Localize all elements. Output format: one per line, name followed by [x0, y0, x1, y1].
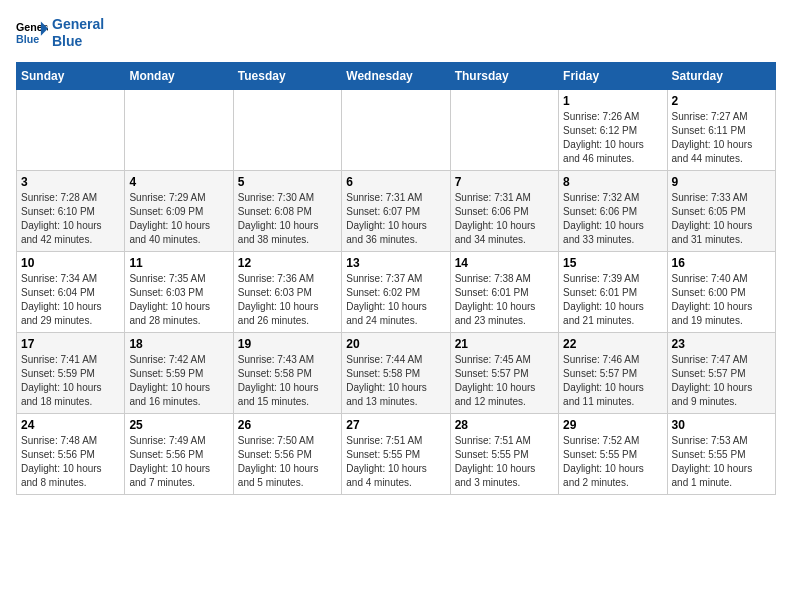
- day-number: 18: [129, 337, 228, 351]
- day-info: Sunrise: 7:45 AMSunset: 5:57 PMDaylight:…: [455, 353, 554, 409]
- day-number: 4: [129, 175, 228, 189]
- calendar-cell: 13Sunrise: 7:37 AMSunset: 6:02 PMDayligh…: [342, 251, 450, 332]
- day-info: Sunrise: 7:37 AMSunset: 6:02 PMDaylight:…: [346, 272, 445, 328]
- calendar-cell: 19Sunrise: 7:43 AMSunset: 5:58 PMDayligh…: [233, 332, 341, 413]
- calendar-cell: [233, 89, 341, 170]
- logo: General Blue GeneralBlue: [16, 16, 104, 50]
- day-number: 28: [455, 418, 554, 432]
- day-number: 27: [346, 418, 445, 432]
- day-info: Sunrise: 7:27 AMSunset: 6:11 PMDaylight:…: [672, 110, 771, 166]
- day-number: 2: [672, 94, 771, 108]
- day-number: 26: [238, 418, 337, 432]
- day-info: Sunrise: 7:40 AMSunset: 6:00 PMDaylight:…: [672, 272, 771, 328]
- day-number: 13: [346, 256, 445, 270]
- day-info: Sunrise: 7:51 AMSunset: 5:55 PMDaylight:…: [455, 434, 554, 490]
- calendar-week-3: 10Sunrise: 7:34 AMSunset: 6:04 PMDayligh…: [17, 251, 776, 332]
- day-number: 3: [21, 175, 120, 189]
- day-number: 23: [672, 337, 771, 351]
- logo-text: GeneralBlue: [52, 16, 104, 50]
- calendar-cell: 5Sunrise: 7:30 AMSunset: 6:08 PMDaylight…: [233, 170, 341, 251]
- day-info: Sunrise: 7:49 AMSunset: 5:56 PMDaylight:…: [129, 434, 228, 490]
- day-info: Sunrise: 7:31 AMSunset: 6:07 PMDaylight:…: [346, 191, 445, 247]
- day-number: 22: [563, 337, 662, 351]
- day-info: Sunrise: 7:29 AMSunset: 6:09 PMDaylight:…: [129, 191, 228, 247]
- day-number: 19: [238, 337, 337, 351]
- day-number: 25: [129, 418, 228, 432]
- day-number: 7: [455, 175, 554, 189]
- day-info: Sunrise: 7:50 AMSunset: 5:56 PMDaylight:…: [238, 434, 337, 490]
- day-number: 12: [238, 256, 337, 270]
- day-info: Sunrise: 7:51 AMSunset: 5:55 PMDaylight:…: [346, 434, 445, 490]
- calendar-week-2: 3Sunrise: 7:28 AMSunset: 6:10 PMDaylight…: [17, 170, 776, 251]
- day-number: 20: [346, 337, 445, 351]
- calendar-cell: [17, 89, 125, 170]
- day-info: Sunrise: 7:33 AMSunset: 6:05 PMDaylight:…: [672, 191, 771, 247]
- calendar-cell: 20Sunrise: 7:44 AMSunset: 5:58 PMDayligh…: [342, 332, 450, 413]
- weekday-header-sunday: Sunday: [17, 62, 125, 89]
- calendar-cell: [342, 89, 450, 170]
- calendar-cell: 9Sunrise: 7:33 AMSunset: 6:05 PMDaylight…: [667, 170, 775, 251]
- day-number: 5: [238, 175, 337, 189]
- weekday-header-saturday: Saturday: [667, 62, 775, 89]
- day-info: Sunrise: 7:34 AMSunset: 6:04 PMDaylight:…: [21, 272, 120, 328]
- day-info: Sunrise: 7:41 AMSunset: 5:59 PMDaylight:…: [21, 353, 120, 409]
- calendar-week-1: 1Sunrise: 7:26 AMSunset: 6:12 PMDaylight…: [17, 89, 776, 170]
- calendar-cell: [125, 89, 233, 170]
- day-info: Sunrise: 7:28 AMSunset: 6:10 PMDaylight:…: [21, 191, 120, 247]
- page-header: General Blue GeneralBlue: [16, 16, 776, 50]
- calendar-cell: [450, 89, 558, 170]
- calendar-week-5: 24Sunrise: 7:48 AMSunset: 5:56 PMDayligh…: [17, 413, 776, 494]
- day-number: 21: [455, 337, 554, 351]
- calendar-cell: 3Sunrise: 7:28 AMSunset: 6:10 PMDaylight…: [17, 170, 125, 251]
- calendar-cell: 1Sunrise: 7:26 AMSunset: 6:12 PMDaylight…: [559, 89, 667, 170]
- calendar-cell: 18Sunrise: 7:42 AMSunset: 5:59 PMDayligh…: [125, 332, 233, 413]
- calendar-cell: 16Sunrise: 7:40 AMSunset: 6:00 PMDayligh…: [667, 251, 775, 332]
- day-number: 14: [455, 256, 554, 270]
- weekday-header-tuesday: Tuesday: [233, 62, 341, 89]
- calendar-cell: 27Sunrise: 7:51 AMSunset: 5:55 PMDayligh…: [342, 413, 450, 494]
- calendar-cell: 14Sunrise: 7:38 AMSunset: 6:01 PMDayligh…: [450, 251, 558, 332]
- calendar-cell: 28Sunrise: 7:51 AMSunset: 5:55 PMDayligh…: [450, 413, 558, 494]
- day-info: Sunrise: 7:44 AMSunset: 5:58 PMDaylight:…: [346, 353, 445, 409]
- calendar-cell: 4Sunrise: 7:29 AMSunset: 6:09 PMDaylight…: [125, 170, 233, 251]
- day-number: 15: [563, 256, 662, 270]
- day-info: Sunrise: 7:39 AMSunset: 6:01 PMDaylight:…: [563, 272, 662, 328]
- logo-icon: General Blue: [16, 19, 48, 47]
- calendar-cell: 30Sunrise: 7:53 AMSunset: 5:55 PMDayligh…: [667, 413, 775, 494]
- calendar-cell: 12Sunrise: 7:36 AMSunset: 6:03 PMDayligh…: [233, 251, 341, 332]
- day-info: Sunrise: 7:52 AMSunset: 5:55 PMDaylight:…: [563, 434, 662, 490]
- calendar-cell: 29Sunrise: 7:52 AMSunset: 5:55 PMDayligh…: [559, 413, 667, 494]
- day-info: Sunrise: 7:43 AMSunset: 5:58 PMDaylight:…: [238, 353, 337, 409]
- day-info: Sunrise: 7:30 AMSunset: 6:08 PMDaylight:…: [238, 191, 337, 247]
- calendar-cell: 11Sunrise: 7:35 AMSunset: 6:03 PMDayligh…: [125, 251, 233, 332]
- svg-text:Blue: Blue: [16, 33, 39, 45]
- day-number: 6: [346, 175, 445, 189]
- calendar-cell: 25Sunrise: 7:49 AMSunset: 5:56 PMDayligh…: [125, 413, 233, 494]
- calendar-header-row: SundayMondayTuesdayWednesdayThursdayFrid…: [17, 62, 776, 89]
- day-info: Sunrise: 7:42 AMSunset: 5:59 PMDaylight:…: [129, 353, 228, 409]
- calendar-cell: 7Sunrise: 7:31 AMSunset: 6:06 PMDaylight…: [450, 170, 558, 251]
- weekday-header-friday: Friday: [559, 62, 667, 89]
- day-number: 8: [563, 175, 662, 189]
- day-info: Sunrise: 7:26 AMSunset: 6:12 PMDaylight:…: [563, 110, 662, 166]
- day-number: 11: [129, 256, 228, 270]
- day-info: Sunrise: 7:53 AMSunset: 5:55 PMDaylight:…: [672, 434, 771, 490]
- day-number: 30: [672, 418, 771, 432]
- weekday-header-thursday: Thursday: [450, 62, 558, 89]
- calendar-week-4: 17Sunrise: 7:41 AMSunset: 5:59 PMDayligh…: [17, 332, 776, 413]
- day-info: Sunrise: 7:35 AMSunset: 6:03 PMDaylight:…: [129, 272, 228, 328]
- day-number: 9: [672, 175, 771, 189]
- day-number: 17: [21, 337, 120, 351]
- calendar-cell: 23Sunrise: 7:47 AMSunset: 5:57 PMDayligh…: [667, 332, 775, 413]
- calendar-cell: 8Sunrise: 7:32 AMSunset: 6:06 PMDaylight…: [559, 170, 667, 251]
- day-info: Sunrise: 7:46 AMSunset: 5:57 PMDaylight:…: [563, 353, 662, 409]
- calendar-cell: 26Sunrise: 7:50 AMSunset: 5:56 PMDayligh…: [233, 413, 341, 494]
- day-info: Sunrise: 7:48 AMSunset: 5:56 PMDaylight:…: [21, 434, 120, 490]
- calendar-cell: 10Sunrise: 7:34 AMSunset: 6:04 PMDayligh…: [17, 251, 125, 332]
- day-info: Sunrise: 7:32 AMSunset: 6:06 PMDaylight:…: [563, 191, 662, 247]
- calendar-cell: 22Sunrise: 7:46 AMSunset: 5:57 PMDayligh…: [559, 332, 667, 413]
- day-info: Sunrise: 7:47 AMSunset: 5:57 PMDaylight:…: [672, 353, 771, 409]
- calendar-table: SundayMondayTuesdayWednesdayThursdayFrid…: [16, 62, 776, 495]
- calendar-cell: 6Sunrise: 7:31 AMSunset: 6:07 PMDaylight…: [342, 170, 450, 251]
- day-number: 10: [21, 256, 120, 270]
